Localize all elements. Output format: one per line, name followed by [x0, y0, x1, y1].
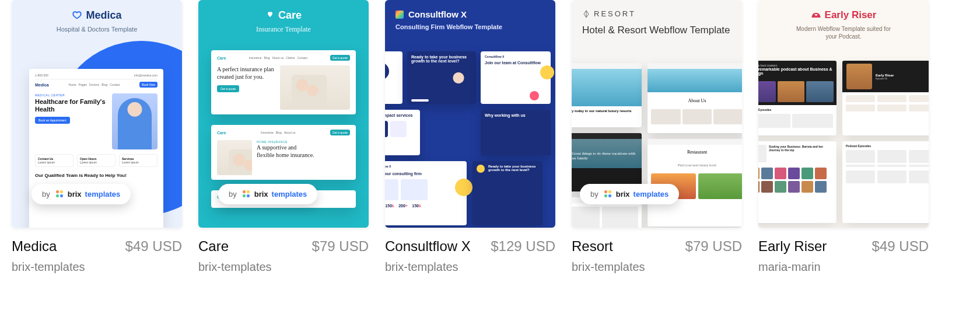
- template-author[interactable]: brix-templates: [198, 260, 369, 274]
- thumb-subtitle: Modern Webflow Template suited for your …: [791, 25, 896, 40]
- template-title[interactable]: Consultflow X: [385, 238, 471, 255]
- template-title[interactable]: Care: [198, 238, 229, 255]
- thumb-subtitle: Insurance Template: [204, 25, 363, 34]
- template-title[interactable]: Resort: [572, 238, 613, 255]
- template-thumbnail[interactable]: RESORT Hotel & Resort Webflow Template E…: [572, 0, 742, 228]
- template-price: $79 USD: [312, 238, 369, 255]
- template-author[interactable]: brix-templates: [385, 260, 555, 274]
- template-card-resort[interactable]: RESORT Hotel & Resort Webflow Template E…: [572, 0, 742, 274]
- template-price: $79 USD: [685, 238, 742, 255]
- by-badge: by brix templates: [580, 184, 679, 204]
- earlyriser-logo-icon: [811, 10, 821, 20]
- template-card-care[interactable]: Care Insurance Template Care Insurance B…: [198, 0, 369, 274]
- template-price: $49 USD: [125, 238, 182, 255]
- template-title[interactable]: Medica: [12, 238, 57, 255]
- medica-logo-icon: [72, 11, 82, 21]
- by-badge: by brix templates: [218, 184, 317, 204]
- template-title[interactable]: Early Riser: [758, 238, 827, 255]
- care-logo-icon: [265, 11, 275, 20]
- thumb-logo: Medica: [72, 9, 121, 22]
- thumb-subtitle: Hospital & Doctors Template: [18, 26, 176, 33]
- thumb-logo: Care: [265, 9, 302, 22]
- thumb-subtitle: Hotel & Resort Webflow Template: [582, 24, 736, 37]
- template-thumbnail[interactable]: Early Riser Modern Webflow Template suit…: [758, 0, 929, 228]
- thumb-subtitle: Consulting Firm Webflow Template: [396, 23, 550, 30]
- thumb-logo-text: Early Riser: [825, 9, 877, 21]
- thumb-logo: RESORT: [582, 9, 636, 18]
- template-thumbnail[interactable]: Care Insurance Template Care Insurance B…: [198, 0, 369, 228]
- thumb-logo: Early Riser: [811, 9, 877, 21]
- template-price: $129 USD: [491, 238, 555, 255]
- consultflow-logo-icon: [396, 11, 404, 19]
- brix-icon: [604, 190, 612, 198]
- template-card-medica[interactable]: Medica Hospital & Doctors Template 1-800…: [12, 0, 182, 274]
- thumb-logo-text: Consultflow X: [408, 9, 467, 19]
- brix-icon: [243, 190, 251, 198]
- template-author[interactable]: brix-templates: [572, 260, 742, 274]
- template-author[interactable]: maria-marin: [758, 260, 929, 274]
- template-thumbnail[interactable]: Consultflow X Consulting Firm Webflow Te…: [385, 0, 555, 228]
- template-price: $49 USD: [872, 238, 929, 255]
- thumb-logo: Consultflow X: [396, 9, 467, 19]
- thumb-logo-text: Medica: [86, 9, 121, 22]
- template-card-consultflow[interactable]: Consultflow X Consulting Firm Webflow Te…: [385, 0, 555, 274]
- thumb-logo-text: Care: [278, 9, 302, 22]
- template-grid: Medica Hospital & Doctors Template 1-800…: [0, 0, 980, 274]
- template-author[interactable]: brix-templates: [12, 260, 182, 274]
- template-thumbnail[interactable]: Medica Hospital & Doctors Template 1-800…: [12, 0, 182, 228]
- by-badge: by brix templates: [32, 184, 131, 204]
- brix-icon: [56, 190, 64, 198]
- resort-logo-icon: [582, 10, 590, 18]
- template-card-earlyriser[interactable]: Early Riser Modern Webflow Template suit…: [758, 0, 929, 274]
- thumb-logo-text: RESORT: [594, 9, 636, 18]
